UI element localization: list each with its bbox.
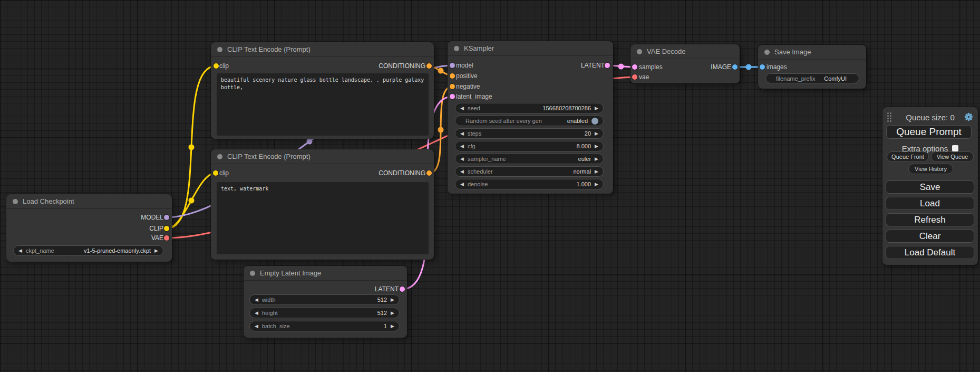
node-clip-text-encode-positive[interactable]: CLIP Text Encode (Prompt) clip CONDITION… bbox=[211, 42, 434, 139]
toggle-circle-icon[interactable] bbox=[591, 118, 598, 125]
collapse-dot-icon[interactable] bbox=[454, 46, 459, 51]
increment-arrow-icon[interactable]: ▶ bbox=[391, 298, 394, 302]
width-widget[interactable]: ◀ width 512 ▶ bbox=[249, 294, 400, 305]
denoise-widget[interactable]: ◀ denoise 1.000 ▶ bbox=[455, 179, 604, 189]
port-conditioning-output[interactable] bbox=[426, 170, 432, 176]
decrement-arrow-icon[interactable]: ◀ bbox=[460, 106, 464, 111]
node-header[interactable]: CLIP Text Encode (Prompt) bbox=[211, 42, 434, 57]
seed-widget[interactable]: ◀ seed 156680208700286 ▶ bbox=[455, 103, 604, 113]
port-latent-image-input[interactable] bbox=[450, 94, 455, 99]
prompt-textarea[interactable]: text, watermark bbox=[217, 182, 429, 254]
decrement-arrow-icon[interactable]: ◀ bbox=[460, 144, 464, 149]
decrement-arrow-icon[interactable]: ◀ bbox=[255, 324, 258, 329]
node-header[interactable]: VAE Decode bbox=[630, 44, 740, 59]
output-slot-latent: LATENT bbox=[252, 284, 399, 294]
gear-icon[interactable] bbox=[964, 112, 973, 121]
node-ksampler[interactable]: KSampler model LATENT positive negative … bbox=[448, 41, 613, 194]
comfyui-canvas[interactable]: { "colors": { "model": "#B39DDB", "clip"… bbox=[0, 0, 980, 372]
port-clip-input[interactable] bbox=[214, 63, 219, 69]
port-conditioning-output[interactable] bbox=[426, 63, 432, 69]
node-vae-decode[interactable]: VAE Decode samples IMAGE vae bbox=[630, 44, 740, 83]
decrement-arrow-icon[interactable]: ◀ bbox=[255, 298, 258, 302]
ckpt-name-widget[interactable]: ◀ ckpt_name v1-5-pruned-emaonly.ckpt ▶ bbox=[13, 245, 163, 256]
port-samples-input[interactable] bbox=[632, 64, 637, 70]
increment-arrow-icon[interactable]: ▶ bbox=[154, 249, 158, 253]
slot-row: samples IMAGE bbox=[639, 62, 731, 72]
increment-arrow-icon[interactable]: ▶ bbox=[595, 169, 598, 174]
port-latent-output[interactable] bbox=[605, 63, 610, 68]
prompt-textarea[interactable]: beautiful scenery nature glass bottle la… bbox=[217, 73, 429, 136]
random-seed-toggle-widget[interactable]: Random seed after every gen enabled bbox=[455, 116, 604, 126]
node-header[interactable]: Load Checkpoint bbox=[6, 194, 172, 209]
decrement-arrow-icon[interactable]: ◀ bbox=[255, 311, 258, 316]
node-header[interactable]: KSampler bbox=[448, 41, 613, 56]
sampler-name-widget[interactable]: ◀ sampler_name euler ▶ bbox=[455, 154, 604, 164]
widget-label: batch_size bbox=[262, 323, 290, 329]
input-slot-samples: samples bbox=[639, 63, 663, 71]
link-midpoint-dot bbox=[746, 64, 752, 70]
extra-options-checkbox[interactable] bbox=[952, 145, 958, 151]
drag-handle-icon[interactable] bbox=[887, 112, 891, 122]
node-save-image[interactable]: Save Image images filename_prefix ComfyU… bbox=[758, 45, 866, 89]
queue-prompt-button[interactable]: Queue Prompt bbox=[886, 125, 972, 139]
node-header[interactable]: CLIP Text Encode (Prompt) bbox=[211, 149, 434, 164]
port-images-input[interactable] bbox=[760, 64, 765, 70]
port-model-output[interactable] bbox=[164, 215, 169, 220]
port-vae-output[interactable] bbox=[164, 235, 169, 241]
node-header[interactable]: Empty Latent Image bbox=[244, 266, 407, 281]
port-latent-output[interactable] bbox=[400, 287, 405, 292]
node-load-checkpoint[interactable]: Load Checkpoint MODEL CLIP VAE ◀ ckpt_na… bbox=[6, 194, 172, 262]
load-default-button[interactable]: Load Default bbox=[886, 246, 974, 259]
port-image-output[interactable] bbox=[732, 64, 738, 70]
steps-widget[interactable]: ◀ steps 20 ▶ bbox=[455, 128, 604, 139]
increment-arrow-icon[interactable]: ▶ bbox=[595, 157, 598, 161]
increment-arrow-icon[interactable]: ▶ bbox=[595, 182, 598, 187]
widget-value: 512 bbox=[377, 297, 387, 303]
decrement-arrow-icon[interactable]: ◀ bbox=[460, 169, 464, 174]
port-vae-input[interactable] bbox=[632, 74, 637, 80]
decrement-arrow-icon[interactable]: ◀ bbox=[460, 157, 464, 161]
decrement-arrow-icon[interactable]: ◀ bbox=[460, 182, 464, 187]
collapse-dot-icon[interactable] bbox=[13, 199, 18, 204]
clear-button[interactable]: Clear bbox=[886, 230, 974, 243]
node-title: VAE Decode bbox=[647, 47, 685, 55]
height-widget[interactable]: ◀ height 512 ▶ bbox=[249, 308, 400, 318]
link-midpoint-dot bbox=[307, 139, 313, 145]
decrement-arrow-icon[interactable]: ◀ bbox=[18, 249, 22, 253]
port-negative-input[interactable] bbox=[450, 84, 455, 89]
port-clip-output[interactable] bbox=[164, 226, 169, 231]
port-clip-input[interactable] bbox=[213, 170, 218, 176]
widget-value: normal bbox=[573, 168, 591, 175]
queue-front-button[interactable]: Queue Front bbox=[887, 151, 929, 162]
input-slot-negative: negative bbox=[456, 81, 605, 92]
port-positive-input[interactable] bbox=[450, 73, 455, 79]
node-title: CLIP Text Encode (Prompt) bbox=[227, 152, 311, 160]
collapse-dot-icon[interactable] bbox=[250, 271, 255, 276]
widget-label: width bbox=[262, 297, 276, 303]
view-history-button[interactable]: View History bbox=[908, 164, 953, 174]
refresh-button[interactable]: Refresh bbox=[886, 213, 974, 226]
collapse-dot-icon[interactable] bbox=[637, 49, 642, 54]
node-clip-text-encode-negative[interactable]: CLIP Text Encode (Prompt) clip CONDITION… bbox=[211, 149, 434, 260]
increment-arrow-icon[interactable]: ▶ bbox=[391, 324, 394, 329]
decrement-arrow-icon[interactable]: ◀ bbox=[460, 131, 464, 136]
node-empty-latent-image[interactable]: Empty Latent Image LATENT ◀ width 512 ▶ … bbox=[244, 266, 407, 338]
port-model-input[interactable] bbox=[450, 63, 455, 68]
collapse-dot-icon[interactable] bbox=[764, 50, 770, 55]
filename-prefix-widget[interactable]: filename_prefix ComfyUI bbox=[765, 73, 859, 83]
load-button[interactable]: Load bbox=[886, 197, 974, 210]
collapse-dot-icon[interactable] bbox=[217, 154, 222, 159]
increment-arrow-icon[interactable]: ▶ bbox=[595, 144, 598, 149]
increment-arrow-icon[interactable]: ▶ bbox=[595, 131, 598, 136]
link-midpoint-dot bbox=[189, 145, 195, 150]
batch-size-widget[interactable]: ◀ batch_size 1 ▶ bbox=[249, 321, 400, 331]
increment-arrow-icon[interactable]: ▶ bbox=[391, 311, 394, 316]
save-button[interactable]: Save bbox=[886, 180, 974, 194]
cfg-widget[interactable]: ◀ cfg 8.000 ▶ bbox=[455, 141, 604, 151]
increment-arrow-icon[interactable]: ▶ bbox=[595, 106, 598, 111]
view-queue-button[interactable]: View Queue bbox=[931, 151, 974, 162]
link-midpoint-dot bbox=[438, 127, 444, 133]
node-header[interactable]: Save Image bbox=[758, 45, 866, 60]
scheduler-widget[interactable]: ◀ scheduler normal ▶ bbox=[455, 166, 604, 177]
collapse-dot-icon[interactable] bbox=[217, 47, 222, 52]
